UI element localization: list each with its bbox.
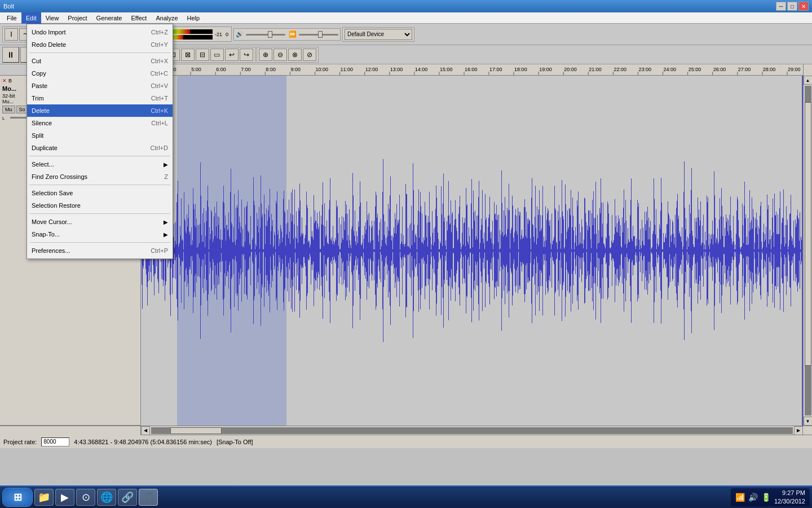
hscroll-track[interactable]: [151, 427, 793, 434]
menu-delete[interactable]: Delete Ctrl+K: [27, 104, 173, 117]
menu-selection-save[interactable]: Selection Save: [27, 187, 173, 199]
menu-paste[interactable]: Paste Ctrl+V: [27, 80, 173, 92]
snap-status: [Snap-To Off]: [217, 439, 253, 445]
silence-btn[interactable]: ▭: [210, 49, 224, 61]
hscroll-left-spacer: [0, 426, 141, 435]
vscroll-track[interactable]: [805, 86, 811, 415]
taskbar: ⊞ 📁 ▶ ⊙ 🌐 🔗 🎵 📶 🔊 🔋 9:27 PM 12/30/2012: [0, 485, 812, 508]
clock-date: 12/30/2012: [774, 497, 805, 506]
scroll-up-btn[interactable]: ▲: [804, 76, 813, 85]
menu-redo-delete[interactable]: Redo Delete Ctrl+Y: [27, 38, 173, 51]
volume-tray-icon[interactable]: 🔊: [748, 493, 758, 502]
vscroll-thumb[interactable]: [805, 102, 811, 366]
scroll-down-btn[interactable]: ▼: [804, 417, 813, 426]
divider-3: [29, 185, 170, 185]
project-rate-input[interactable]: [41, 437, 69, 446]
redo-btn[interactable]: ↪: [240, 49, 253, 61]
clock-time: 9:27 PM: [774, 489, 805, 497]
playhead: [802, 76, 803, 426]
speaker-icon: 🔊: [236, 30, 244, 38]
zoom4-btn[interactable]: ⊘: [303, 49, 316, 61]
selection-status: 4:43.368821 - 9:48.204976 (5:04.836156 m…: [74, 439, 212, 445]
volume-thumb[interactable]: [268, 31, 272, 38]
db-out-label: -21: [215, 32, 222, 37]
close-track-icon[interactable]: ✕: [2, 78, 7, 84]
divider-1: [29, 52, 170, 53]
menu-file[interactable]: File: [2, 12, 21, 24]
start-button[interactable]: ⊞: [2, 488, 33, 507]
waveform-area[interactable]: [141, 76, 803, 426]
mute-btn[interactable]: Mu: [2, 106, 15, 113]
menu-effect[interactable]: Effect: [126, 12, 151, 24]
menu-snap-to[interactable]: Snap-To... ▶: [27, 228, 173, 240]
menu-move-cursor[interactable]: Move Cursor... ▶: [27, 216, 173, 228]
menu-split[interactable]: Split: [27, 129, 173, 142]
speed-icon: ⏩: [289, 30, 297, 38]
paste-btn[interactable]: ⊠: [181, 49, 195, 61]
menu-cut[interactable]: Cut Ctrl+X: [27, 55, 173, 67]
menu-edit[interactable]: Edit: [21, 12, 41, 24]
taskbar-disc-btn[interactable]: ⊙: [76, 489, 95, 506]
close-button[interactable]: ✕: [798, 2, 809, 11]
menu-find-zero-crossings[interactable]: Find Zero Crossings Z: [27, 170, 173, 183]
hscroll-left-btn[interactable]: ◀: [141, 426, 150, 435]
divider-5: [29, 242, 170, 243]
divider-2: [29, 156, 170, 156]
menu-help[interactable]: Help: [183, 12, 205, 24]
menu-view[interactable]: View: [41, 12, 64, 24]
window-controls: ─ □ ✕: [776, 2, 809, 11]
taskbar-explorer-btn[interactable]: 📁: [34, 489, 54, 506]
divider-4: [29, 213, 170, 214]
project-rate-label: Project rate:: [3, 439, 37, 445]
device-selector[interactable]: Default Device: [345, 29, 412, 40]
system-clock: 9:27 PM 12/30/2012: [774, 489, 805, 506]
undo-btn[interactable]: ↩: [225, 49, 239, 61]
select-tool-btn[interactable]: I: [5, 28, 18, 41]
taskbar-network-btn[interactable]: 🔗: [118, 489, 137, 506]
device-group: Default Device: [342, 27, 414, 42]
menu-generate[interactable]: Generate: [92, 12, 127, 24]
maximize-button[interactable]: □: [787, 2, 797, 11]
menu-selection-restore[interactable]: Selection Restore: [27, 199, 173, 212]
vertical-scrollbar[interactable]: ▲ ▼: [803, 64, 812, 426]
menu-project[interactable]: Project: [63, 12, 91, 24]
speed-slider[interactable]: [299, 30, 338, 39]
taskbar-audacity-btn[interactable]: 🎵: [139, 489, 158, 506]
minimize-button[interactable]: ─: [776, 2, 786, 11]
menu-copy[interactable]: Copy Ctrl+C: [27, 67, 173, 80]
menu-select[interactable]: Select... ▶: [27, 158, 173, 170]
battery-tray-icon: 🔋: [761, 493, 771, 502]
pause-button[interactable]: ⏸: [2, 47, 19, 63]
hscroll-corner: [803, 426, 812, 435]
menu-preferences[interactable]: Preferences... Ctrl+P: [27, 244, 173, 257]
vu-out-bar-left: [167, 29, 213, 34]
more-zoom-tools: ⊕ ⊖ ⊗ ⊘: [257, 47, 319, 63]
zoom2-btn[interactable]: ⊖: [273, 49, 287, 61]
zoom3-btn[interactable]: ⊗: [288, 49, 302, 61]
taskbar-media-btn[interactable]: ▶: [55, 489, 74, 506]
taskbar-browser-btn[interactable]: 🌐: [97, 489, 116, 506]
menu-analyze[interactable]: Analyze: [151, 12, 182, 24]
statusbar: Project rate: 4:43.368821 - 9:48.204976 …: [0, 435, 812, 448]
menu-trim[interactable]: Trim Ctrl+T: [27, 92, 173, 104]
timeline-canvas: [141, 64, 803, 75]
speed-thumb[interactable]: [318, 31, 323, 38]
zoom1-btn[interactable]: ⊕: [259, 49, 272, 61]
timeline-ruler: [141, 64, 803, 76]
horizontal-scrollbar: ◀ ▶: [0, 426, 812, 435]
trim-btn[interactable]: ⊟: [196, 49, 209, 61]
hscroll-thumb[interactable]: [170, 427, 222, 434]
window-title: Bolt: [3, 3, 14, 10]
hscroll-right-btn[interactable]: ▶: [794, 426, 803, 435]
sliders-group: 🔊 ⏩: [233, 28, 341, 41]
menu-duplicate[interactable]: Duplicate Ctrl+D: [27, 142, 173, 154]
menu-undo-import[interactable]: Undo Import Ctrl+Z: [27, 26, 173, 38]
systray: 📶 🔊 🔋 9:27 PM 12/30/2012: [731, 488, 810, 506]
collapse-track-icon[interactable]: B: [8, 78, 12, 84]
waveform-container: [141, 64, 803, 426]
vu-out-bar-right: [167, 35, 213, 40]
volume-slider[interactable]: [246, 30, 285, 39]
waveform-canvas: [141, 76, 803, 426]
menu-silence[interactable]: Silence Ctrl+L: [27, 117, 173, 129]
menubar: File Edit View Project Generate Effect A…: [0, 12, 812, 24]
